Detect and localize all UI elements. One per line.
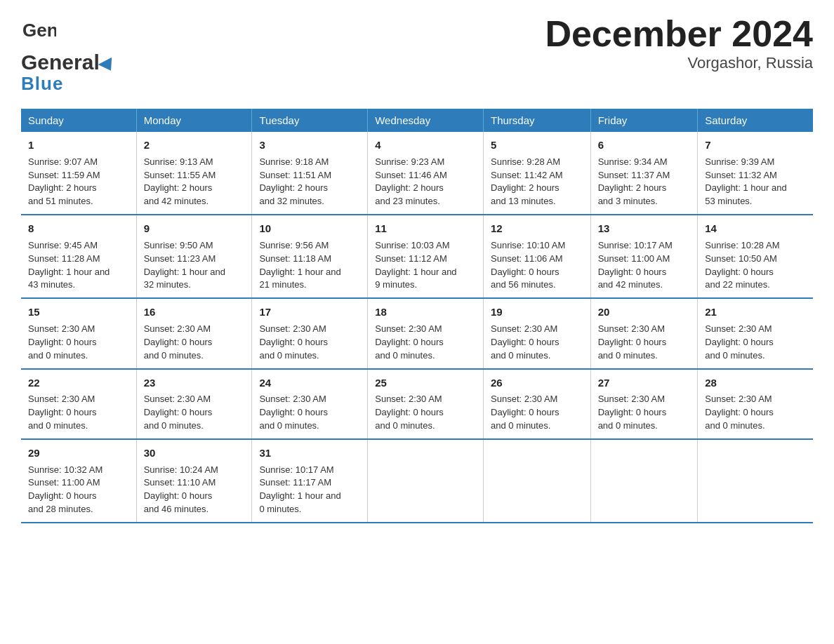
day-number: 13 — [598, 221, 691, 236]
weekday-header-friday: Friday — [590, 109, 698, 132]
calendar-cell: 11Sunrise: 10:03 AM Sunset: 11:12 AM Day… — [368, 215, 484, 298]
day-number: 17 — [259, 304, 360, 320]
day-info: Sunset: 2:30 AM Daylight: 0 hours and 0 … — [375, 323, 476, 363]
calendar-table: SundayMondayTuesdayWednesdayThursdayFrid… — [21, 109, 813, 523]
day-info: Sunrise: 10:17 AM Sunset: 11:17 AM Dayli… — [259, 464, 360, 516]
calendar-cell: 28Sunset: 2:30 AM Daylight: 0 hours and … — [698, 369, 813, 439]
day-info: Sunrise: 10:03 AM Sunset: 11:12 AM Dayli… — [375, 239, 476, 292]
day-info: Sunrise: 9:13 AM Sunset: 11:55 AM Daylig… — [144, 156, 245, 208]
day-info: Sunrise: 9:50 AM Sunset: 11:23 AM Daylig… — [144, 239, 245, 292]
calendar-cell — [698, 439, 813, 523]
day-info: Sunset: 2:30 AM Daylight: 0 hours and 0 … — [491, 393, 583, 433]
calendar-cell: 25Sunset: 2:30 AM Daylight: 0 hours and … — [368, 369, 484, 439]
logo: General General Blue — [21, 14, 117, 95]
page-title: December 2024 — [545, 14, 813, 54]
day-info: Sunrise: 9:39 AM Sunset: 11:32 AM Daylig… — [705, 156, 806, 208]
day-number: 11 — [375, 221, 476, 236]
day-number: 24 — [259, 375, 360, 391]
day-number: 29 — [28, 445, 129, 461]
day-info: Sunset: 2:30 AM Daylight: 0 hours and 0 … — [598, 323, 691, 363]
day-info: Sunset: 2:30 AM Daylight: 0 hours and 0 … — [259, 393, 360, 433]
calendar-cell: 31Sunrise: 10:17 AM Sunset: 11:17 AM Day… — [252, 439, 368, 523]
calendar-cell: 26Sunset: 2:30 AM Daylight: 0 hours and … — [484, 369, 591, 439]
calendar-cell — [484, 439, 591, 523]
calendar-cell: 14Sunrise: 10:28 AM Sunset: 10:50 AM Day… — [698, 215, 813, 298]
day-info: Sunrise: 10:10 AM Sunset: 11:06 AM Dayli… — [491, 239, 583, 292]
day-info: Sunrise: 10:24 AM Sunset: 11:10 AM Dayli… — [144, 464, 245, 516]
day-number: 25 — [375, 375, 476, 391]
day-number: 30 — [144, 445, 245, 461]
day-number: 2 — [144, 137, 245, 153]
calendar-week-row: 1Sunrise: 9:07 AM Sunset: 11:59 AM Dayli… — [21, 132, 813, 215]
day-number: 28 — [705, 375, 806, 391]
day-number: 8 — [28, 221, 129, 236]
page-header: General General Blue December 2024 Vorga… — [21, 14, 813, 95]
weekday-header-wednesday: Wednesday — [368, 109, 484, 132]
calendar-cell: 6Sunrise: 9:34 AM Sunset: 11:37 AM Dayli… — [590, 132, 698, 215]
day-number: 4 — [375, 137, 476, 153]
day-number: 27 — [598, 375, 691, 391]
calendar-week-row: 22Sunset: 2:30 AM Daylight: 0 hours and … — [21, 369, 813, 439]
day-number: 19 — [491, 304, 583, 320]
day-info: Sunset: 2:30 AM Daylight: 0 hours and 0 … — [705, 393, 806, 433]
calendar-cell: 24Sunset: 2:30 AM Daylight: 0 hours and … — [252, 369, 368, 439]
logo-blue: Blue — [21, 73, 63, 95]
day-info: Sunset: 2:30 AM Daylight: 0 hours and 0 … — [375, 393, 476, 433]
calendar-cell: 29Sunrise: 10:32 AM Sunset: 11:00 AM Day… — [21, 439, 136, 523]
calendar-cell: 18Sunset: 2:30 AM Daylight: 0 hours and … — [368, 298, 484, 368]
day-number: 22 — [28, 375, 129, 391]
day-info: Sunset: 2:30 AM Daylight: 0 hours and 0 … — [598, 393, 691, 433]
calendar-cell — [590, 439, 698, 523]
calendar-cell: 3Sunrise: 9:18 AM Sunset: 11:51 AM Dayli… — [252, 132, 368, 215]
title-area: December 2024 Vorgashor, Russia — [545, 14, 813, 72]
day-info: Sunrise: 9:56 AM Sunset: 11:18 AM Daylig… — [259, 239, 360, 292]
day-number: 26 — [491, 375, 583, 391]
day-number: 16 — [144, 304, 245, 320]
day-number: 6 — [598, 137, 691, 153]
day-number: 1 — [28, 137, 129, 153]
calendar-week-row: 29Sunrise: 10:32 AM Sunset: 11:00 AM Day… — [21, 439, 813, 523]
calendar-cell: 8Sunrise: 9:45 AM Sunset: 11:28 AM Dayli… — [21, 215, 136, 298]
calendar-cell: 2Sunrise: 9:13 AM Sunset: 11:55 AM Dayli… — [136, 132, 252, 215]
calendar-cell: 23Sunset: 2:30 AM Daylight: 0 hours and … — [136, 369, 252, 439]
calendar-cell: 7Sunrise: 9:39 AM Sunset: 11:32 AM Dayli… — [698, 132, 813, 215]
weekday-header-thursday: Thursday — [484, 109, 591, 132]
day-info: Sunrise: 9:28 AM Sunset: 11:42 AM Daylig… — [491, 156, 583, 208]
calendar-cell: 19Sunset: 2:30 AM Daylight: 0 hours and … — [484, 298, 591, 368]
weekday-header-row: SundayMondayTuesdayWednesdayThursdayFrid… — [21, 109, 813, 132]
day-info: Sunset: 2:30 AM Daylight: 0 hours and 0 … — [491, 323, 583, 363]
day-number: 23 — [144, 375, 245, 391]
calendar-cell: 1Sunrise: 9:07 AM Sunset: 11:59 AM Dayli… — [21, 132, 136, 215]
calendar-week-row: 15Sunset: 2:30 AM Daylight: 0 hours and … — [21, 298, 813, 368]
day-info: Sunrise: 9:34 AM Sunset: 11:37 AM Daylig… — [598, 156, 691, 208]
weekday-header-tuesday: Tuesday — [252, 109, 368, 132]
svg-text:General: General — [22, 20, 56, 41]
calendar-cell: 30Sunrise: 10:24 AM Sunset: 11:10 AM Day… — [136, 439, 252, 523]
day-number: 7 — [705, 137, 806, 153]
day-number: 5 — [491, 137, 583, 153]
calendar-cell: 4Sunrise: 9:23 AM Sunset: 11:46 AM Dayli… — [368, 132, 484, 215]
weekday-header-sunday: Sunday — [21, 109, 136, 132]
day-info: Sunrise: 9:45 AM Sunset: 11:28 AM Daylig… — [28, 239, 129, 292]
calendar-cell: 27Sunset: 2:30 AM Daylight: 0 hours and … — [590, 369, 698, 439]
day-number: 31 — [259, 445, 360, 461]
day-info: Sunset: 2:30 AM Daylight: 0 hours and 0 … — [144, 323, 245, 363]
weekday-header-saturday: Saturday — [698, 109, 813, 132]
day-info: Sunset: 2:30 AM Daylight: 0 hours and 0 … — [705, 323, 806, 363]
day-number: 15 — [28, 304, 129, 320]
calendar-cell: 5Sunrise: 9:28 AM Sunset: 11:42 AM Dayli… — [484, 132, 591, 215]
calendar-cell: 10Sunrise: 9:56 AM Sunset: 11:18 AM Dayl… — [252, 215, 368, 298]
day-number: 18 — [375, 304, 476, 320]
day-number: 14 — [705, 221, 806, 236]
calendar-cell: 12Sunrise: 10:10 AM Sunset: 11:06 AM Day… — [484, 215, 591, 298]
day-number: 20 — [598, 304, 691, 320]
day-info: Sunrise: 9:18 AM Sunset: 11:51 AM Daylig… — [259, 156, 360, 208]
calendar-cell: 17Sunset: 2:30 AM Daylight: 0 hours and … — [252, 298, 368, 368]
day-number: 9 — [144, 221, 245, 236]
day-info: Sunrise: 9:23 AM Sunset: 11:46 AM Daylig… — [375, 156, 476, 208]
weekday-header-monday: Monday — [136, 109, 252, 132]
calendar-cell: 16Sunset: 2:30 AM Daylight: 0 hours and … — [136, 298, 252, 368]
calendar-cell: 13Sunrise: 10:17 AM Sunset: 11:00 AM Day… — [590, 215, 698, 298]
page-subtitle: Vorgashor, Russia — [545, 54, 813, 72]
calendar-cell: 21Sunset: 2:30 AM Daylight: 0 hours and … — [698, 298, 813, 368]
